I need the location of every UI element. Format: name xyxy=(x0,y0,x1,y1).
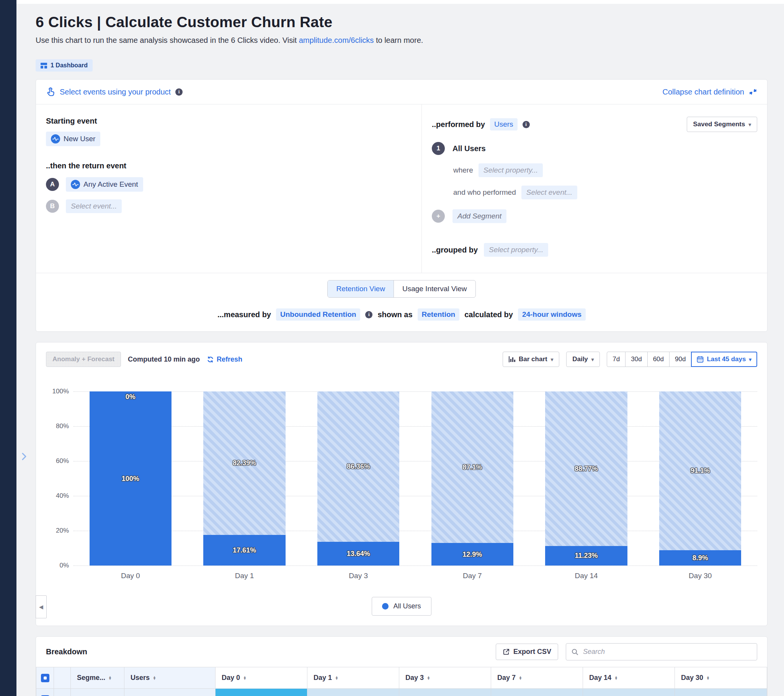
computed-timestamp: Computed 10 min ago xyxy=(128,355,200,364)
grouped-by-placeholder[interactable]: Select property... xyxy=(484,243,548,257)
window-selector[interactable]: 24-hour windows xyxy=(518,308,586,321)
y-tick-label: 80% xyxy=(56,423,69,430)
day-column-header[interactable]: Day 1▲▼ xyxy=(307,667,399,689)
day-column-label: Day 7 xyxy=(497,674,516,681)
date-range-label: Last 45 days xyxy=(707,355,746,363)
segments-panel: ..performed by Users i Saved Segments ▾ … xyxy=(422,104,767,273)
where-label: where xyxy=(453,166,473,174)
y-tick-label: 20% xyxy=(56,527,69,535)
day-column-header[interactable]: Day 7▲▼ xyxy=(491,667,583,689)
tab-retention-view[interactable]: Retention View xyxy=(328,280,394,297)
chevron-down-icon: ▾ xyxy=(748,122,751,127)
dashboard-grid-icon xyxy=(41,63,47,69)
date-range-picker[interactable]: Last 45 days ▾ xyxy=(691,352,757,367)
info-icon[interactable]: i xyxy=(175,88,183,95)
retention-bar-day-1[interactable]: 82.39%17.61% xyxy=(203,392,285,566)
collapse-arrows-icon[interactable] xyxy=(749,87,757,96)
retention-chart: 100%80%60%40%20%0% 0%100%82.39%17.61%86.… xyxy=(36,392,767,566)
bar-column: 82.39%17.61% xyxy=(188,392,301,566)
main-content: 6 Clicks | Calculate Customer Churn Rate… xyxy=(36,4,768,696)
select-event-placeholder[interactable]: Select event... xyxy=(66,199,122,213)
day-column-header[interactable]: Day 3▲▼ xyxy=(399,667,491,689)
retention-bar-day-30[interactable]: 91.1%8.9% xyxy=(659,392,741,566)
definition-body: Starting event New User ..then the retur… xyxy=(36,104,767,273)
range-30d-button[interactable]: 30d xyxy=(625,352,647,367)
range-60d-button[interactable]: 60d xyxy=(647,352,670,367)
info-icon[interactable]: i xyxy=(522,121,530,128)
search-input[interactable] xyxy=(582,647,751,656)
interval-dropdown[interactable]: Daily ▾ xyxy=(566,352,600,367)
churn-value-label: 87.1% xyxy=(463,463,482,471)
measure-selector[interactable]: Unbounded Retention xyxy=(276,308,360,321)
calculated-by-label: calculated by xyxy=(464,310,513,319)
6clicks-link[interactable]: amplitude.com/6clicks xyxy=(299,36,374,44)
select-all-checkbox[interactable] xyxy=(41,674,49,682)
range-90d-button[interactable]: 90d xyxy=(669,352,691,367)
breakdown-search[interactable] xyxy=(566,643,757,660)
return-event-label: ..then the return event xyxy=(46,161,412,170)
amplitude-event-icon xyxy=(71,180,80,189)
anomaly-forecast-button[interactable]: Anomaly + Forecast xyxy=(46,352,121,367)
info-icon[interactable]: i xyxy=(365,311,372,318)
retention-value-label: 13.64% xyxy=(347,550,370,558)
export-csv-button[interactable]: Export CSV xyxy=(496,643,558,660)
add-segment-button[interactable]: Add Segment xyxy=(453,209,506,223)
day-column-header[interactable]: Day 30▲▼ xyxy=(675,667,767,689)
legend-label: All Users xyxy=(393,602,421,610)
refresh-label: Refresh xyxy=(217,355,242,364)
expand-sidebar-chevron-icon[interactable] xyxy=(19,451,29,462)
where-property-placeholder[interactable]: Select property... xyxy=(479,163,543,177)
measured-by-row: ...measured by Unbounded Retention i sho… xyxy=(36,302,767,331)
bar-column: 87.1%12.9% xyxy=(415,392,529,566)
segment-column-header[interactable]: Segme...▲▼ xyxy=(71,667,124,689)
retention-bar-day-3[interactable]: 86.36%13.64% xyxy=(317,392,399,566)
add-segment-plus-icon[interactable]: + xyxy=(432,210,445,223)
amplitude-event-icon xyxy=(51,134,60,143)
chart-type-dropdown[interactable]: Bar chart ▾ xyxy=(502,352,559,367)
tab-usage-interval-view[interactable]: Usage Interval View xyxy=(394,280,476,297)
day-column-label: Day 30 xyxy=(681,674,703,681)
table-data-row: ▶ All Users 38,051 100%17.6%13.6%12.9%11… xyxy=(36,689,767,696)
refresh-icon xyxy=(207,356,214,363)
retention-bar-day-7[interactable]: 87.1%12.9% xyxy=(432,392,513,566)
saved-segments-button[interactable]: Saved Segments ▾ xyxy=(687,117,757,132)
legend-all-users[interactable]: All Users xyxy=(372,597,431,615)
return-event-chip[interactable]: Any Active Event xyxy=(66,177,143,192)
y-tick-label: 40% xyxy=(56,492,69,500)
retention-bar-day-0[interactable]: 0%100% xyxy=(90,392,171,566)
performed-by-users-chip[interactable]: Users xyxy=(490,118,517,130)
x-tick-label: Day 30 xyxy=(643,572,757,580)
users-column-header[interactable]: Users▲▼ xyxy=(124,667,216,689)
day-value-cell: 11.2% xyxy=(583,689,675,696)
touch-select-icon xyxy=(46,87,55,97)
refresh-button[interactable]: Refresh xyxy=(207,355,242,364)
day-column-label: Day 3 xyxy=(405,674,424,681)
who-performed-placeholder[interactable]: Select event... xyxy=(521,186,577,199)
row-users-cell: 38,051 xyxy=(124,689,216,696)
shown-as-selector[interactable]: Retention xyxy=(418,308,460,321)
starting-event-chip[interactable]: New User xyxy=(46,132,100,146)
range-7d-button[interactable]: 7d xyxy=(607,352,626,367)
dashboard-badge-label: 1 Dashboard xyxy=(51,62,88,69)
app-sidebar[interactable] xyxy=(0,0,16,696)
retention-bar-day-14[interactable]: 88.77%11.23% xyxy=(545,392,627,566)
day-column-header[interactable]: Day 14▲▼ xyxy=(583,667,675,689)
sort-icon: ▲▼ xyxy=(614,676,618,680)
export-csv-label: Export CSV xyxy=(513,648,551,656)
select-events-link[interactable]: Select events using your product xyxy=(60,87,171,96)
sort-icon: ▲▼ xyxy=(519,676,522,680)
dashboard-badge[interactable]: 1 Dashboard xyxy=(36,59,93,72)
retention-value-label: 17.61% xyxy=(233,546,256,554)
page-title: 6 Clicks | Calculate Customer Churn Rate xyxy=(36,14,768,31)
definition-header: Select events using your product i Colla… xyxy=(36,80,767,104)
y-tick-label: 100% xyxy=(53,388,69,395)
select-all-cell xyxy=(36,667,54,689)
expander-header-cell xyxy=(54,667,71,689)
collapse-definition-link[interactable]: Collapse chart definition xyxy=(663,87,744,96)
retention-value-label: 12.9% xyxy=(463,550,482,558)
legend-dot-icon xyxy=(382,603,389,609)
day-column-header[interactable]: Day 0▲▼ xyxy=(216,667,307,689)
row-select-cell xyxy=(36,689,54,696)
day-value-cell: 12.9% xyxy=(491,689,583,696)
collapse-panel-handle[interactable]: ◀ xyxy=(36,596,47,618)
